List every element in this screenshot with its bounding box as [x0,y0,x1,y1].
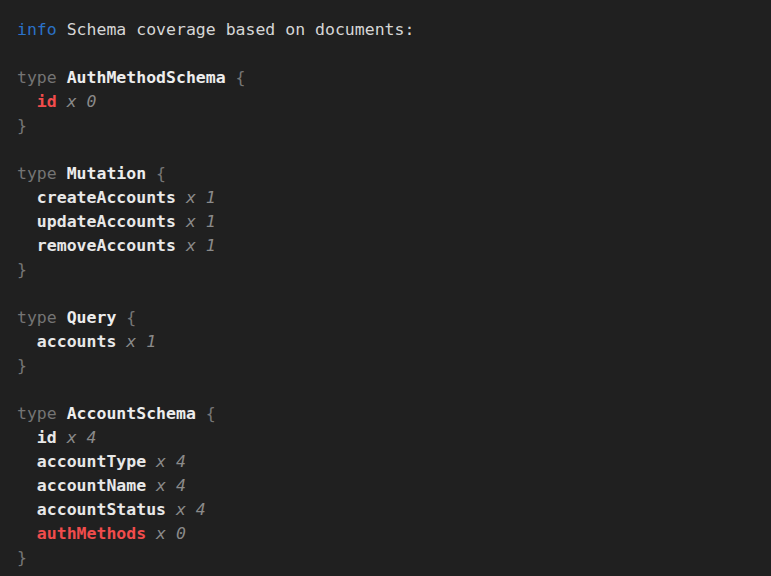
field-usage-count: x 0 [156,524,186,543]
field-name: id [37,92,57,111]
field-name: accountStatus [37,500,166,519]
closing-brace-line: } [17,114,761,138]
field-coverage-line: accountType x 4 [17,450,761,474]
closing-brace-line: } [17,354,761,378]
type-declaration-line: type AuthMethodSchema { [17,66,761,90]
field-usage-count: x 1 [186,188,216,207]
field-name: createAccounts [37,188,176,207]
type-keyword: type [17,308,57,327]
field-name: updateAccounts [37,212,176,231]
field-usage-count: x 1 [126,332,156,351]
field-name: authMethods [37,524,146,543]
blank-line [17,282,761,306]
field-usage-count: x 4 [176,500,206,519]
type-name: Query [67,308,117,327]
field-name: removeAccounts [37,236,176,255]
field-coverage-line: createAccounts x 1 [17,186,761,210]
type-declaration-line: type Query { [17,306,761,330]
coverage-header-text: Schema coverage based on documents: [67,20,415,39]
field-coverage-line: accountStatus x 4 [17,498,761,522]
info-label: info [17,20,57,39]
close-brace: } [17,260,27,279]
terminal-output: info Schema coverage based on documents:… [0,0,771,576]
field-coverage-line: id x 4 [17,426,761,450]
field-name: accounts [37,332,116,351]
type-keyword: type [17,164,57,183]
type-name: AuthMethodSchema [67,68,226,87]
field-usage-count: x 1 [186,212,216,231]
coverage-header-line: info Schema coverage based on documents: [17,18,761,42]
field-coverage-line: accounts x 1 [17,330,761,354]
type-keyword: type [17,68,57,87]
type-name: AccountSchema [67,404,196,423]
type-declaration-line: type Mutation { [17,162,761,186]
open-brace: { [156,164,166,183]
field-name: accountName [37,476,146,495]
field-coverage-line: updateAccounts x 1 [17,210,761,234]
field-coverage-line: removeAccounts x 1 [17,234,761,258]
closing-brace-line: } [17,258,761,282]
field-usage-count: x 4 [156,476,186,495]
field-coverage-line: authMethods x 0 [17,522,761,546]
close-brace: } [17,356,27,375]
field-usage-count: x 4 [67,428,97,447]
blank-line [17,138,761,162]
close-brace: } [17,116,27,135]
blank-line [17,42,761,66]
close-brace: } [17,548,27,567]
closing-brace-line: } [17,546,761,570]
open-brace: { [126,308,136,327]
blank-line [17,378,761,402]
field-usage-count: x 1 [186,236,216,255]
field-usage-count: x 0 [67,92,97,111]
field-usage-count: x 4 [156,452,186,471]
type-declaration-line: type AccountSchema { [17,402,761,426]
field-coverage-line: id x 0 [17,90,761,114]
type-keyword: type [17,404,57,423]
field-coverage-line: accountName x 4 [17,474,761,498]
type-name: Mutation [67,164,146,183]
open-brace: { [236,68,246,87]
field-name: id [37,428,57,447]
open-brace: { [206,404,216,423]
field-name: accountType [37,452,146,471]
